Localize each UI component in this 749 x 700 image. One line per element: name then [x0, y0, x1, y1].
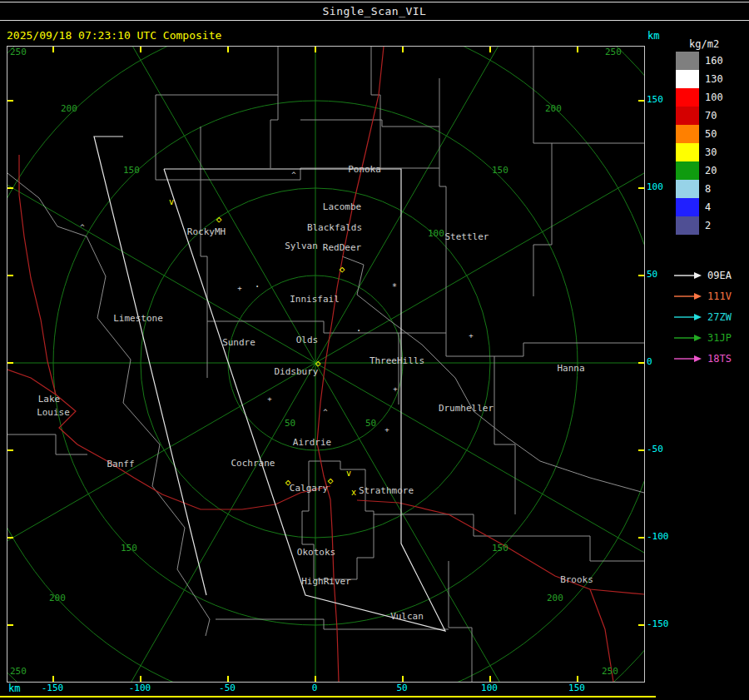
city-label: Brooks: [560, 574, 593, 585]
radar-id-label: 27ZW: [707, 311, 732, 323]
city-label: Blackfalds: [307, 222, 362, 233]
city-label: Sundre: [222, 337, 255, 348]
color-scale-legend: 16013010070503020842: [676, 52, 723, 235]
radar-site-legend: 09EA111V27ZW31JP18TS: [672, 265, 732, 369]
radar-map-canvas: 2502001502502001501005050150200250150200…: [7, 47, 644, 682]
range-label: 200: [547, 593, 563, 603]
range-label: 150: [492, 543, 508, 554]
radar-id-label: 31JP: [707, 332, 732, 344]
radar-site-marker: ◇: [285, 477, 291, 488]
storm-marker: v: [169, 197, 174, 206]
point-marker: +: [267, 395, 272, 403]
point-marker: .: [254, 278, 260, 290]
x-axis-label: -100: [126, 683, 154, 693]
county-boundary: [207, 168, 439, 180]
x-axis-label: 150: [563, 683, 591, 693]
storm-marker: v: [346, 469, 351, 478]
bottom-rule: [0, 696, 656, 698]
legend-row: 30: [676, 143, 723, 161]
radar-arrow-icon: [672, 271, 702, 280]
city-label: Ponoka: [348, 164, 381, 175]
unit-label-top: km: [647, 30, 659, 42]
radar-viewer-screen: Single_Scan_VIL 2025/09/18 07:23:10 UTC …: [0, 0, 749, 700]
county-boundary: [533, 47, 552, 296]
city-label: Didsbury: [275, 366, 319, 377]
y-axis-label: 0: [647, 356, 652, 367]
range-label: 250: [602, 666, 618, 677]
point-marker: .: [355, 322, 361, 334]
radar-arrow-head: [694, 355, 702, 362]
legend-swatch: [676, 70, 699, 88]
legend-swatch: [676, 88, 699, 107]
point-marker: ^: [323, 408, 328, 416]
radar-site-marker: ◇: [340, 264, 345, 275]
y-axis-label: -50: [647, 444, 663, 454]
radar-legend-row: 27ZW: [672, 306, 732, 327]
legend-row: 130: [676, 70, 723, 88]
legend-swatch: [676, 198, 699, 216]
x-axis-label: -150: [38, 683, 67, 693]
y-axis-label: 50: [647, 269, 657, 280]
county-boundary: [342, 256, 644, 493]
county-boundary: [302, 461, 374, 579]
legend-swatch: [676, 125, 699, 143]
radar-legend-row: 09EA: [672, 265, 732, 285]
city-label: Cochrane: [231, 458, 275, 469]
legend-row: 160: [676, 52, 723, 70]
legend-row: 20: [676, 161, 723, 180]
legend-value: 4: [705, 201, 711, 213]
range-label: 50: [285, 418, 295, 429]
city-label: Innisfail: [290, 294, 340, 305]
legend-value: 20: [705, 165, 717, 176]
county-boundary: [446, 343, 644, 356]
radar-site-marker: ◇: [216, 214, 222, 225]
radar-arrow-head: [694, 293, 702, 300]
legend-value: 2: [705, 220, 711, 231]
range-label: 250: [10, 666, 27, 677]
range-label: 200: [49, 593, 66, 603]
page-title: Single_Scan_VIL: [0, 5, 749, 17]
legend-value: 100: [705, 92, 723, 103]
city-label: Strathmore: [359, 485, 414, 496]
legend-swatch: [676, 180, 699, 198]
range-label: 150: [492, 165, 508, 176]
title-rule-top: [0, 2, 749, 2]
city-label: Hanna: [557, 363, 584, 374]
range-label: 250: [10, 47, 27, 57]
range-label: 250: [605, 47, 622, 57]
legend-value: 70: [705, 110, 717, 122]
y-axis-label: -100: [647, 531, 669, 542]
legend-value: 8: [705, 183, 711, 195]
city-label: RockyMH: [187, 226, 226, 237]
county-boundary: [300, 120, 439, 127]
county-boundary: [270, 47, 278, 168]
radar-site-marker: ◇: [328, 475, 334, 486]
city-label: Olds: [296, 335, 319, 345]
city-label: ThreeHills: [370, 355, 424, 366]
city-label: Vulcan: [390, 611, 424, 622]
range-label: 100: [428, 228, 444, 239]
city-label: Calgary: [290, 483, 329, 494]
radar-site-marker: ◇: [315, 358, 321, 369]
point-marker: +: [237, 284, 242, 292]
city-label: Airdrie: [293, 437, 331, 448]
range-label: 200: [61, 103, 77, 114]
legend-swatch: [676, 52, 699, 70]
x-axis-label: 0: [300, 683, 329, 693]
legend-swatch: [676, 216, 699, 235]
legend-row: 4: [676, 198, 723, 216]
county-boundary: [201, 127, 207, 378]
city-label: Lacombe: [323, 201, 361, 212]
county-boundary: [449, 561, 472, 682]
title-rule-bottom: [0, 20, 749, 21]
point-marker: ^: [291, 171, 296, 179]
city-label: Lake: [38, 394, 61, 405]
city-label: HighRiver: [301, 576, 351, 587]
point-marker: +: [469, 331, 474, 340]
legend-swatch: [676, 143, 699, 161]
point-marker: +: [393, 385, 398, 393]
radar-arrow-icon: [672, 333, 702, 343]
legend-row: 50: [676, 125, 723, 143]
radar-arrow-icon: [672, 291, 702, 301]
y-axis-label: -150: [647, 618, 669, 629]
